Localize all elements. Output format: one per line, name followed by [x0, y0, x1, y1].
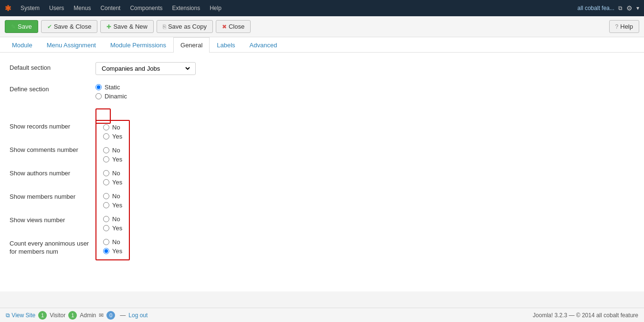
- close-icon: ✖: [222, 24, 227, 30]
- show-comments-no-radio[interactable]: [103, 147, 109, 153]
- show-views-yes-label: Yes: [112, 225, 122, 232]
- nav-extensions[interactable]: Extensions: [168, 0, 204, 16]
- red-box: No Yes No Yes: [95, 120, 130, 260]
- joomla-logo: ✱: [5, 4, 11, 13]
- show-views-no-label: No: [112, 215, 120, 223]
- count-anonymous-no-label: No: [112, 238, 120, 246]
- labels-column: Show records number Show comments number…: [10, 120, 95, 260]
- show-records-label: Show records number: [10, 120, 95, 146]
- red-box-section: Show records number Show comments number…: [10, 120, 634, 260]
- nav-system[interactable]: System: [17, 0, 43, 16]
- nav-users[interactable]: Users: [45, 0, 68, 16]
- main-content: Default section Companies and Jobs Defin…: [0, 53, 644, 291]
- show-authors-no[interactable]: No: [103, 170, 122, 177]
- copy-icon: ⎘: [163, 24, 166, 30]
- define-section-static[interactable]: Static: [95, 84, 634, 91]
- tab-advanced[interactable]: Advanced: [243, 37, 285, 53]
- show-views-no-radio[interactable]: [103, 216, 109, 222]
- close-button[interactable]: ✖ Close: [216, 20, 251, 33]
- show-members-yes-label: Yes: [112, 202, 122, 209]
- show-authors-no-label: No: [112, 170, 120, 177]
- show-records-no-label: No: [112, 124, 120, 131]
- show-views-yes[interactable]: Yes: [103, 225, 122, 232]
- default-section-field: Companies and Jobs: [95, 62, 634, 75]
- show-records-options: No Yes: [103, 124, 122, 140]
- define-section-dinamic[interactable]: Dinamic: [95, 93, 634, 100]
- tab-labels[interactable]: Labels: [210, 37, 242, 53]
- show-comments-yes[interactable]: Yes: [103, 156, 122, 163]
- plus-icon: ✚: [106, 24, 111, 30]
- show-comments-yes-label: Yes: [112, 156, 122, 163]
- gear-dropdown-icon: ▾: [636, 5, 639, 11]
- topbar: ✱ System Users Menus Content Components …: [0, 0, 644, 16]
- show-records-no-radio[interactable]: [103, 124, 109, 130]
- show-views-yes-radio[interactable]: [103, 225, 109, 231]
- toolbar: ✎ Save ✔ Save & Close ✚ Save & New ⎘ Sav…: [0, 16, 644, 37]
- help-button[interactable]: ? Help: [609, 20, 639, 33]
- nav-help[interactable]: Help: [206, 0, 225, 16]
- save-close-button[interactable]: ✔ Save & Close: [41, 20, 98, 33]
- question-icon: ?: [615, 24, 619, 30]
- count-anonymous-options: No Yes: [103, 238, 122, 255]
- tab-general[interactable]: General: [173, 37, 210, 53]
- show-views-label: Show views number: [10, 216, 95, 240]
- show-records-yes-label: Yes: [112, 133, 122, 140]
- count-anonymous-no[interactable]: No: [103, 238, 122, 246]
- default-section-dropdown[interactable]: Companies and Jobs: [95, 62, 196, 75]
- define-section-radio-group: Static Dinamic: [95, 84, 634, 100]
- nav-content[interactable]: Content: [96, 0, 124, 16]
- show-comments-label: Show comments number: [10, 146, 95, 170]
- external-link-icon: ⧉: [618, 5, 623, 11]
- show-authors-no-radio[interactable]: [103, 170, 109, 176]
- tab-menu-assignment[interactable]: Menu Assignment: [40, 37, 103, 53]
- show-authors-yes[interactable]: Yes: [103, 179, 122, 186]
- show-comments-yes-radio[interactable]: [103, 156, 109, 162]
- show-members-no[interactable]: No: [103, 193, 122, 200]
- define-section-dinamic-label: Dinamic: [105, 93, 127, 100]
- save-copy-button[interactable]: ⎘ Save as Copy: [157, 20, 213, 33]
- default-section-row: Default section Companies and Jobs: [10, 62, 634, 75]
- nav-components[interactable]: Components: [126, 0, 166, 16]
- show-records-no[interactable]: No: [103, 124, 122, 131]
- define-section-static-radio[interactable]: [95, 84, 102, 90]
- define-section-label: Define section: [10, 84, 95, 93]
- define-section-static-label: Static: [105, 84, 120, 91]
- save-icon: ✎: [11, 24, 16, 30]
- count-anonymous-no-radio[interactable]: [103, 239, 109, 245]
- tab-module-permissions[interactable]: Module Permissions: [103, 37, 173, 53]
- tabs-bar: Module Menu Assignment Module Permission…: [0, 37, 644, 53]
- gear-icon[interactable]: ⚙: [626, 4, 633, 12]
- tab-module[interactable]: Module: [5, 37, 40, 53]
- show-members-yes[interactable]: Yes: [103, 202, 122, 209]
- count-anonymous-yes-label: Yes: [112, 247, 122, 255]
- show-members-no-label: No: [112, 193, 120, 200]
- site-link[interactable]: all cobalt fea...: [578, 5, 614, 11]
- show-comments-options: No Yes: [103, 147, 122, 163]
- save-button[interactable]: ✎ Save: [5, 20, 38, 33]
- default-section-label: Default section: [10, 62, 95, 71]
- default-section-select[interactable]: Companies and Jobs: [100, 64, 191, 73]
- define-section-row: Define section Static Dinamic: [10, 84, 634, 100]
- show-members-no-radio[interactable]: [103, 193, 109, 199]
- save-new-button[interactable]: ✚ Save & New: [100, 20, 154, 33]
- show-records-yes[interactable]: Yes: [103, 133, 122, 140]
- show-members-options: No Yes: [103, 193, 122, 209]
- show-views-options: No Yes: [103, 215, 122, 232]
- check-icon: ✔: [47, 24, 52, 30]
- show-authors-label: Show authors number: [10, 170, 95, 193]
- show-views-no[interactable]: No: [103, 215, 122, 223]
- count-anonymous-yes-radio[interactable]: [103, 248, 109, 254]
- count-anonymous-yes[interactable]: Yes: [103, 247, 122, 255]
- show-authors-yes-label: Yes: [112, 179, 122, 186]
- define-section-dinamic-radio[interactable]: [95, 93, 102, 99]
- count-anonymous-label: Count every anonimous user for members n…: [10, 240, 95, 260]
- show-comments-no-label: No: [112, 147, 120, 154]
- show-authors-yes-radio[interactable]: [103, 179, 109, 185]
- topbar-right: all cobalt fea... ⧉ ⚙ ▾: [578, 4, 639, 12]
- define-section-field: Static Dinamic: [95, 84, 634, 100]
- show-comments-no[interactable]: No: [103, 147, 122, 154]
- show-members-label: Show members number: [10, 193, 95, 216]
- show-members-yes-radio[interactable]: [103, 202, 109, 208]
- show-records-yes-radio[interactable]: [103, 133, 109, 140]
- nav-menus[interactable]: Menus: [70, 0, 95, 16]
